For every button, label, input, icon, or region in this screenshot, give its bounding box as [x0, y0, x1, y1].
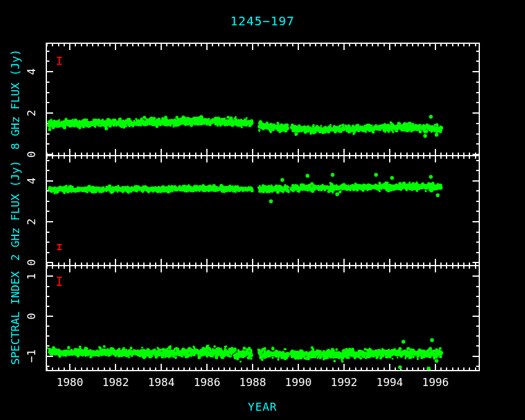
y-axis-label-spectral-index: SPECTRAL INDEX — [9, 271, 22, 365]
y-axis-label-8ghz: 8 GHz FLUX (Jy) — [9, 49, 22, 150]
light-curve-figure: 1245−197 8 GHz FLUX (Jy) 2 GHz FLUX (Jy)… — [0, 0, 525, 420]
light-curve-plot-canvas — [0, 0, 525, 420]
x-axis-label: YEAR — [0, 400, 525, 413]
chart-title: 1245−197 — [0, 14, 525, 28]
y-axis-label-2ghz: 2 GHz FLUX (Jy) — [9, 161, 22, 261]
